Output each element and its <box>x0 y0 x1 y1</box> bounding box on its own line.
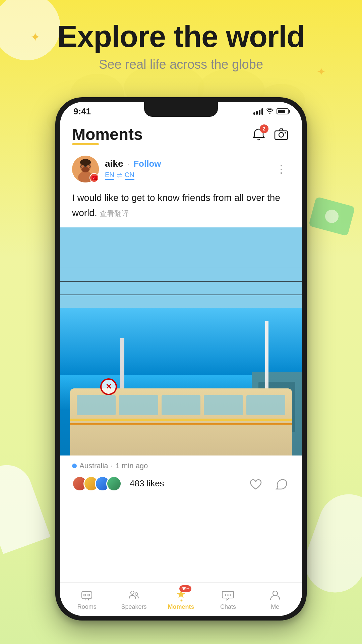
lang-from: EN <box>105 171 114 180</box>
svg-point-22 <box>135 593 138 595</box>
post-location: Australia · 1 min ago <box>72 462 290 470</box>
camera-button[interactable] <box>273 125 290 143</box>
svg-point-24 <box>227 594 229 596</box>
phone-mockup: 9:41 <box>55 97 307 621</box>
header-section: Explore the world See real life across t… <box>0 20 362 72</box>
notification-badge: 2 <box>260 124 268 133</box>
svg-point-16 <box>81 167 89 172</box>
power-line-3 <box>60 294 302 295</box>
post-image: ✕ <box>60 227 302 455</box>
nav-item-me[interactable]: Me <box>252 588 299 610</box>
moments-icon: 99+ <box>174 588 188 602</box>
rooms-icon <box>80 588 94 602</box>
app-title: Moments <box>72 125 143 144</box>
me-icon <box>268 588 282 602</box>
signal-icon <box>253 108 263 115</box>
svg-point-23 <box>225 594 226 596</box>
svg-point-8 <box>279 132 284 137</box>
post-card: 🇹🇷 aike · Follow EN ⇌ CN <box>60 148 302 582</box>
svg-point-17 <box>80 159 91 166</box>
likes-count: 483 likes <box>130 478 164 489</box>
power-line-2 <box>60 281 302 282</box>
wifi-icon <box>266 108 274 114</box>
user-name-row: aike · Follow <box>105 158 161 169</box>
status-time: 9:41 <box>73 106 91 117</box>
phone-inner: 9:41 <box>60 102 302 616</box>
nav-item-speakers[interactable]: Speakers <box>110 588 157 610</box>
avatar-container[interactable]: 🇹🇷 <box>72 156 99 182</box>
user-name: aike <box>105 158 123 169</box>
nav-item-chats[interactable]: Chats <box>204 588 251 610</box>
lang-to: CN <box>125 171 134 180</box>
moments-label: Moments <box>168 603 194 610</box>
speakers-icon <box>127 588 141 602</box>
liker-avatar-4 <box>106 476 122 491</box>
more-options-button[interactable]: ⋮ <box>273 159 290 179</box>
tram-body <box>70 388 292 455</box>
svg-point-9 <box>285 132 286 133</box>
title-underline <box>72 143 99 145</box>
crossing-sign: ✕ <box>100 378 117 395</box>
post-user-info: 🇹🇷 aike · Follow EN ⇌ CN <box>72 156 161 182</box>
header-actions: 2 <box>252 125 290 143</box>
svg-point-21 <box>131 591 134 594</box>
post-content: I would like to get to know friends from… <box>60 188 302 227</box>
chats-icon <box>221 588 235 602</box>
phone-outer: 9:41 <box>55 97 307 621</box>
nav-item-moments[interactable]: 99+ Moments <box>158 588 204 610</box>
like-button[interactable] <box>247 475 264 492</box>
phone-notch <box>144 102 218 117</box>
svg-rect-18 <box>82 591 92 599</box>
post-footer: Australia · 1 min ago 483 lik <box>60 455 302 498</box>
moments-badge: 99+ <box>179 585 191 592</box>
likers-avatars <box>72 476 118 491</box>
location-icon <box>72 464 77 468</box>
svg-point-20 <box>88 594 90 596</box>
me-label: Me <box>271 603 279 610</box>
post-header: 🇹🇷 aike · Follow EN ⇌ CN <box>60 148 302 188</box>
lang-arrow-icon: ⇌ <box>117 172 122 179</box>
post-text: I would like to get to know friends from… <box>72 191 290 221</box>
user-flag: 🇹🇷 <box>89 173 99 182</box>
rooms-label: Rooms <box>77 603 97 610</box>
tram <box>60 355 302 455</box>
status-icons <box>253 108 289 115</box>
svg-point-19 <box>84 594 86 596</box>
app-header: Moments 2 <box>60 121 302 148</box>
notification-bell-button[interactable]: 2 <box>252 127 266 141</box>
nav-item-rooms[interactable]: Rooms <box>63 588 110 610</box>
likes-row: 483 likes <box>72 476 164 491</box>
post-actions: 483 likes <box>72 475 290 492</box>
battery-icon <box>277 108 289 114</box>
follow-button[interactable]: Follow <box>133 159 161 169</box>
page-subtitle: See real life across the globe <box>0 57 362 72</box>
comment-button[interactable] <box>273 475 290 492</box>
bottom-nav: Rooms Speakers <box>60 582 302 616</box>
lang-tags: EN ⇌ CN <box>105 171 161 180</box>
svg-point-25 <box>230 594 231 596</box>
power-line-1 <box>60 268 302 268</box>
user-meta: aike · Follow EN ⇌ CN <box>105 158 161 180</box>
translate-link[interactable]: 查看翻译 <box>100 209 129 218</box>
speakers-label: Speakers <box>121 603 147 610</box>
chats-label: Chats <box>220 603 236 610</box>
action-icons <box>247 475 290 492</box>
page-title: Explore the world <box>0 20 362 53</box>
